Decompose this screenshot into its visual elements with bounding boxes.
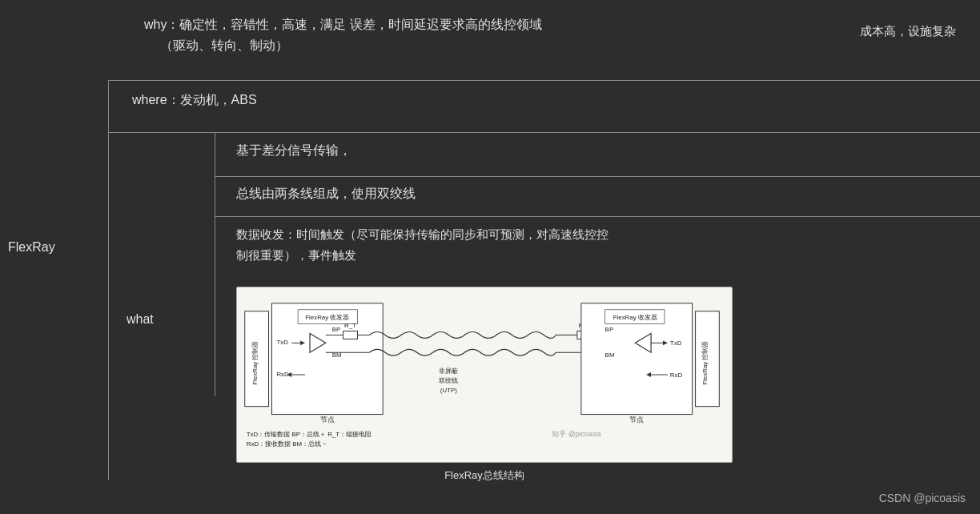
svg-text:FlexRay 收发器: FlexRay 收发器 [305, 314, 349, 321]
svg-text:节点: 节点 [629, 416, 644, 424]
why-line1: why：确定性，容错性，高速，满足 误差，时间延迟要求高的线控领域 [144, 14, 964, 35]
flexray-diagram: FlexRay 控制器 节点 FlexRay 收发器 TxD RxD BP [236, 287, 733, 463]
what-vertical-line [215, 132, 215, 396]
flexray-label: FlexRay [8, 240, 55, 255]
svg-text:FlexRay 控制器: FlexRay 控制器 [701, 341, 709, 385]
main-vertical-line [108, 80, 109, 480]
svg-text:BP: BP [332, 326, 341, 333]
svg-text:(UTP): (UTP) [440, 387, 457, 394]
what-label: what [127, 312, 154, 327]
svg-text:TxD：传输数据    BP：总线＋   R_T：端接电阻: TxD：传输数据 BP：总线＋ R_T：端接电阻 [247, 431, 372, 438]
cost-label: 成本高，设施复杂 [860, 24, 956, 39]
why-line2: （驱动、转向、制动） [160, 35, 964, 56]
page-container: why：确定性，容错性，高速，满足 误差，时间延迟要求高的线控领域 （驱动、转向… [0, 0, 980, 514]
divider-bus [215, 216, 980, 217]
svg-text:RxD: RxD [276, 371, 289, 378]
data-transceive-text: 数据收发：时间触发（尽可能保持传输的同步和可预测，对高速线控控 制很重要），事件… [236, 224, 608, 265]
svg-rect-17 [343, 331, 358, 339]
svg-text:TxD: TxD [670, 339, 682, 347]
svg-text:BP: BP [605, 326, 614, 333]
bus-line-text: 总线由两条线组成，使用双绞线 [236, 186, 416, 203]
svg-text:BM: BM [605, 351, 615, 359]
diff-signal-text: 基于差分信号传输， [236, 143, 351, 159]
divider-where [108, 132, 980, 133]
svg-text:FlexRay 控制器: FlexRay 控制器 [251, 341, 259, 385]
diagram-caption: FlexRay总线结构 [444, 468, 524, 483]
svg-text:FlexRay 收发器: FlexRay 收发器 [613, 314, 657, 321]
svg-text:R_T: R_T [344, 322, 356, 329]
svg-text:RxD: RxD [670, 371, 683, 379]
svg-text:TxD: TxD [276, 339, 288, 346]
svg-text:RxD：接收数据    BM：总线－: RxD：接收数据 BM：总线－ [247, 440, 327, 448]
why-section: why：确定性，容错性，高速，满足 误差，时间延迟要求高的线控领域 （驱动、转向… [144, 14, 964, 55]
svg-text:双绞线: 双绞线 [439, 377, 458, 384]
where-section: where：发动机，ABS [132, 92, 257, 109]
svg-text:节点: 节点 [320, 416, 335, 424]
svg-text:非屏蔽: 非屏蔽 [439, 367, 458, 375]
csdn-label: CSDN @picoasis [879, 492, 966, 504]
divider-top [108, 80, 980, 81]
divider-diff [215, 176, 980, 177]
svg-text:知乎 @picoasis: 知乎 @picoasis [552, 430, 601, 438]
diagram-svg: FlexRay 控制器 节点 FlexRay 收发器 TxD RxD BP [237, 287, 732, 462]
